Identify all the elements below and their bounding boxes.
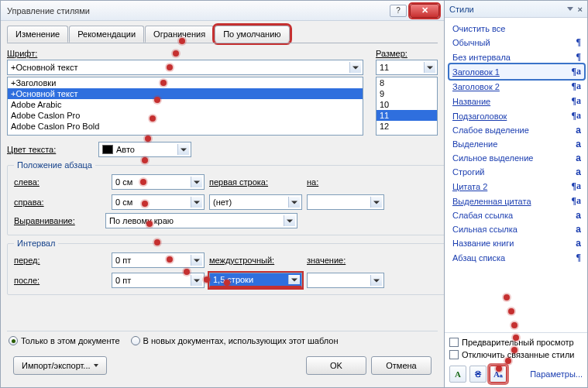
align-combo[interactable]: По левому краю <box>105 213 297 228</box>
tab-recommend[interactable]: Рекомендации <box>69 26 144 43</box>
font-listbox[interactable]: +Заголовки+Основной текстAdobe ArabicAdo… <box>7 77 363 136</box>
style-item[interactable]: Выделениеa <box>449 137 584 151</box>
style-item[interactable]: Заголовок 2¶a <box>449 79 584 94</box>
scope-radios: Только в этом документе В новых документ… <box>7 331 438 347</box>
styles-pane-header: Стили × <box>445 1 587 18</box>
size-combo[interactable]: 11 <box>376 60 438 75</box>
line-spacing-combo[interactable]: 1,5 строки <box>209 273 302 288</box>
first-line-label: первая строка: <box>209 177 302 187</box>
after-label: после: <box>14 276 107 285</box>
style-inspector-icon[interactable]: ₴ <box>469 366 487 383</box>
font-combo[interactable]: +Основной текст <box>7 60 363 75</box>
by-field[interactable] <box>307 194 384 210</box>
titlebar: Управление стилями ? ✕ <box>1 1 444 21</box>
font-label: Шрифт: <box>7 49 363 58</box>
font-option[interactable]: Adobe Caslon Pro <box>8 110 363 121</box>
dialog-title: Управление стилями <box>7 6 387 15</box>
import-export-button[interactable]: Импорт/экспорт... <box>13 356 107 375</box>
manage-styles-icon[interactable]: Aₐ <box>490 366 507 383</box>
tab-strip: Изменение Рекомендации Ограничения По ум… <box>7 26 438 43</box>
help-button[interactable]: ? <box>390 5 407 17</box>
by-label: на: <box>307 177 384 187</box>
align-label: Выравнивание: <box>14 216 101 225</box>
font-option[interactable]: +Заголовки <box>8 77 363 88</box>
close-pane-icon[interactable]: × <box>578 5 583 14</box>
style-item[interactable]: Очистить все <box>449 22 584 35</box>
spacing-group: Интервал перед: 0 пт междустрочный: знач… <box>7 239 444 295</box>
left-label: слева: <box>14 177 107 187</box>
styles-pane: Стили × Очистить всеОбычный¶Без интервал… <box>445 0 588 388</box>
style-item[interactable]: Слабая ссылкаa <box>449 208 584 222</box>
before-label: перед: <box>14 256 107 265</box>
style-item[interactable]: Сильное выделениеa <box>449 151 584 165</box>
font-color-combo[interactable]: Авто <box>98 142 191 157</box>
tab-defaults[interactable]: По умолчанию <box>215 26 289 43</box>
font-option[interactable]: Adobe Arabic <box>8 99 363 110</box>
size-listbox[interactable]: 89101112 <box>376 77 438 136</box>
style-item[interactable]: Название¶a <box>449 94 584 108</box>
size-option[interactable]: 12 <box>377 121 437 132</box>
first-line-combo[interactable]: (нет) <box>209 194 302 210</box>
ok-button[interactable]: OK <box>306 356 366 375</box>
paragraph-position-group: Положение абзаца слева: 0 см первая стро… <box>7 160 444 235</box>
new-style-icon[interactable]: A <box>449 366 466 383</box>
manage-styles-dialog: Управление стилями ? ✕ Изменение Рекомен… <box>0 0 445 388</box>
style-item[interactable]: Строгийa <box>449 165 584 179</box>
styles-pane-title: Стили <box>449 5 474 14</box>
before-field[interactable]: 0 пт <box>112 252 205 268</box>
line-spacing-label: междустрочный: <box>209 256 302 265</box>
size-option[interactable]: 11 <box>377 110 437 121</box>
options-link[interactable]: Параметры... <box>530 369 583 379</box>
style-item[interactable]: Название книгиa <box>449 236 584 250</box>
size-option[interactable]: 10 <box>377 99 437 110</box>
style-item[interactable]: Сильная ссылкаa <box>449 222 584 236</box>
size-option[interactable]: 8 <box>377 77 437 88</box>
cancel-button[interactable]: Отмена <box>371 356 432 375</box>
right-label: справа: <box>14 197 107 207</box>
style-item[interactable]: Цитата 2¶a <box>449 179 584 194</box>
left-field[interactable]: 0 см <box>112 174 205 190</box>
disable-linked-checkbox[interactable]: Отключить связанные стили <box>449 350 583 359</box>
dropdown-icon[interactable] <box>567 7 573 11</box>
size-label: Размер: <box>376 49 438 58</box>
at-label: значение: <box>307 256 384 265</box>
tab-restrict[interactable]: Ограничения <box>145 26 214 43</box>
style-item[interactable]: Слабое выделениеa <box>449 123 584 137</box>
font-color-label: Цвет текста: <box>7 145 94 154</box>
style-item[interactable]: Обычный¶ <box>449 35 584 50</box>
style-item[interactable]: Выделенная цитата¶a <box>449 194 584 208</box>
font-option[interactable]: +Основной текст <box>8 88 363 99</box>
style-item[interactable]: Заголовок 1¶a <box>449 64 584 79</box>
size-option[interactable]: 9 <box>377 88 437 99</box>
style-item[interactable]: Абзац списка¶ <box>449 250 584 265</box>
tab-modify[interactable]: Изменение <box>7 26 68 43</box>
styles-list[interactable]: Очистить всеОбычный¶Без интервала¶Заголо… <box>445 18 587 332</box>
after-field[interactable]: 0 пт <box>112 273 205 288</box>
para-legend: Положение абзаца <box>14 160 95 170</box>
style-item[interactable]: Подзаголовок¶a <box>449 108 584 123</box>
close-button[interactable]: ✕ <box>410 4 439 18</box>
font-option[interactable]: Adobe Caslon Pro Bold <box>8 121 363 132</box>
preview-checkbox[interactable]: Предварительный просмотр <box>449 338 583 347</box>
at-field[interactable] <box>307 273 384 288</box>
style-item[interactable]: Без интервала¶ <box>449 50 584 64</box>
radio-only-this-doc[interactable]: Только в этом документе <box>9 336 120 345</box>
spacing-legend: Интервал <box>14 239 58 248</box>
right-field[interactable]: 0 см <box>112 194 205 210</box>
radio-new-docs-template[interactable]: В новых документах, использующих этот ша… <box>131 336 339 345</box>
